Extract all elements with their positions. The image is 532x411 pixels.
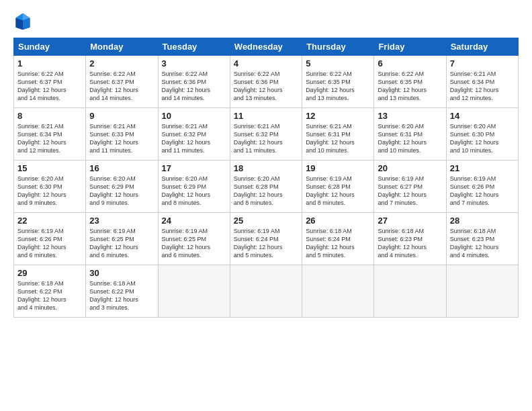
- cell-details: Sunrise: 6:20 AMSunset: 6:29 PMDaylight:…: [162, 175, 226, 208]
- page: SundayMondayTuesdayWednesdayThursdayFrid…: [0, 0, 532, 411]
- cell-details: Sunrise: 6:19 AMSunset: 6:25 PMDaylight:…: [89, 227, 154, 260]
- calendar-cell: 28Sunrise: 6:18 AMSunset: 6:23 PMDayligh…: [446, 213, 518, 265]
- cell-details: Sunrise: 6:22 AMSunset: 6:35 PMDaylight:…: [306, 70, 370, 103]
- calendar-cell: 24Sunrise: 6:19 AMSunset: 6:25 PMDayligh…: [158, 213, 230, 265]
- cell-details: Sunrise: 6:18 AMSunset: 6:23 PMDaylight:…: [378, 227, 442, 260]
- calendar-cell: 13Sunrise: 6:20 AMSunset: 6:31 PMDayligh…: [374, 108, 446, 161]
- calendar-cell: 17Sunrise: 6:20 AMSunset: 6:29 PMDayligh…: [158, 161, 230, 213]
- day-number: 27: [378, 216, 442, 226]
- day-number: 2: [89, 58, 154, 68]
- day-header-wednesday: Wednesday: [230, 38, 302, 56]
- calendar-cell: 18Sunrise: 6:20 AMSunset: 6:28 PMDayligh…: [230, 161, 302, 213]
- day-header-monday: Monday: [86, 38, 158, 56]
- day-header-saturday: Saturday: [446, 38, 518, 56]
- calendar-cell: 7Sunrise: 6:21 AMSunset: 6:34 PMDaylight…: [446, 56, 518, 108]
- calendar-cell: 16Sunrise: 6:20 AMSunset: 6:29 PMDayligh…: [86, 161, 158, 213]
- day-number: 19: [306, 163, 370, 173]
- cell-details: Sunrise: 6:22 AMSunset: 6:35 PMDaylight:…: [378, 70, 442, 103]
- cell-details: Sunrise: 6:19 AMSunset: 6:28 PMDaylight:…: [306, 175, 370, 208]
- cell-details: Sunrise: 6:21 AMSunset: 6:31 PMDaylight:…: [306, 122, 370, 155]
- calendar-cell: 10Sunrise: 6:21 AMSunset: 6:32 PMDayligh…: [158, 108, 230, 161]
- cell-details: Sunrise: 6:21 AMSunset: 6:32 PMDaylight:…: [234, 122, 298, 155]
- day-number: 21: [450, 163, 515, 173]
- calendar-cell: 2Sunrise: 6:22 AMSunset: 6:37 PMDaylight…: [86, 56, 158, 108]
- day-number: 12: [306, 111, 370, 121]
- day-number: 29: [17, 268, 82, 278]
- cell-details: Sunrise: 6:19 AMSunset: 6:24 PMDaylight:…: [234, 227, 298, 260]
- calendar-cell: 22Sunrise: 6:19 AMSunset: 6:26 PMDayligh…: [14, 213, 86, 265]
- day-header-thursday: Thursday: [302, 38, 374, 56]
- day-header-tuesday: Tuesday: [158, 38, 230, 56]
- day-number: 14: [450, 111, 515, 121]
- day-number: 9: [89, 111, 154, 121]
- cell-details: Sunrise: 6:18 AMSunset: 6:22 PMDaylight:…: [17, 279, 82, 312]
- calendar-cell: [446, 265, 518, 318]
- cell-details: Sunrise: 6:22 AMSunset: 6:37 PMDaylight:…: [17, 70, 82, 103]
- cell-details: Sunrise: 6:22 AMSunset: 6:37 PMDaylight:…: [89, 70, 154, 103]
- calendar-cell: 14Sunrise: 6:20 AMSunset: 6:30 PMDayligh…: [446, 108, 518, 161]
- calendar-header-row: SundayMondayTuesdayWednesdayThursdayFrid…: [14, 38, 519, 56]
- calendar-table: SundayMondayTuesdayWednesdayThursdayFrid…: [13, 38, 519, 318]
- day-number: 11: [234, 111, 298, 121]
- calendar-cell: 3Sunrise: 6:22 AMSunset: 6:36 PMDaylight…: [158, 56, 230, 108]
- day-number: 5: [306, 58, 370, 68]
- calendar-cell: 25Sunrise: 6:19 AMSunset: 6:24 PMDayligh…: [230, 213, 302, 265]
- day-number: 4: [234, 58, 298, 68]
- day-number: 15: [17, 163, 82, 173]
- day-number: 7: [450, 58, 515, 68]
- calendar-cell: 23Sunrise: 6:19 AMSunset: 6:25 PMDayligh…: [86, 213, 158, 265]
- day-number: 18: [234, 163, 298, 173]
- day-header-sunday: Sunday: [14, 38, 86, 56]
- calendar-cell: 15Sunrise: 6:20 AMSunset: 6:30 PMDayligh…: [14, 161, 86, 213]
- header: [13, 12, 519, 31]
- cell-details: Sunrise: 6:18 AMSunset: 6:22 PMDaylight:…: [89, 279, 154, 312]
- calendar-cell: [374, 265, 446, 318]
- calendar-cell: 19Sunrise: 6:19 AMSunset: 6:28 PMDayligh…: [302, 161, 374, 213]
- day-number: 24: [162, 216, 226, 226]
- calendar-cell: 26Sunrise: 6:18 AMSunset: 6:24 PMDayligh…: [302, 213, 374, 265]
- calendar-cell: 9Sunrise: 6:21 AMSunset: 6:33 PMDaylight…: [86, 108, 158, 161]
- calendar-cell: 11Sunrise: 6:21 AMSunset: 6:32 PMDayligh…: [230, 108, 302, 161]
- day-number: 28: [450, 216, 515, 226]
- calendar-cell: [158, 265, 230, 318]
- day-number: 26: [306, 216, 370, 226]
- calendar-week-4: 22Sunrise: 6:19 AMSunset: 6:26 PMDayligh…: [14, 213, 519, 265]
- calendar-cell: 6Sunrise: 6:22 AMSunset: 6:35 PMDaylight…: [374, 56, 446, 108]
- calendar-cell: 30Sunrise: 6:18 AMSunset: 6:22 PMDayligh…: [86, 265, 158, 318]
- cell-details: Sunrise: 6:22 AMSunset: 6:36 PMDaylight:…: [162, 70, 226, 103]
- cell-details: Sunrise: 6:19 AMSunset: 6:25 PMDaylight:…: [162, 227, 226, 260]
- day-number: 25: [234, 216, 298, 226]
- calendar-week-5: 29Sunrise: 6:18 AMSunset: 6:22 PMDayligh…: [14, 265, 519, 318]
- calendar-week-3: 15Sunrise: 6:20 AMSunset: 6:30 PMDayligh…: [14, 161, 519, 213]
- day-number: 20: [378, 163, 442, 173]
- day-number: 10: [162, 111, 226, 121]
- calendar-cell: 29Sunrise: 6:18 AMSunset: 6:22 PMDayligh…: [14, 265, 86, 318]
- day-number: 3: [162, 58, 226, 68]
- day-number: 16: [89, 163, 154, 173]
- day-number: 30: [89, 268, 154, 278]
- cell-details: Sunrise: 6:20 AMSunset: 6:31 PMDaylight:…: [378, 122, 442, 155]
- calendar-cell: 8Sunrise: 6:21 AMSunset: 6:34 PMDaylight…: [14, 108, 86, 161]
- calendar-cell: 27Sunrise: 6:18 AMSunset: 6:23 PMDayligh…: [374, 213, 446, 265]
- cell-details: Sunrise: 6:21 AMSunset: 6:32 PMDaylight:…: [162, 122, 226, 155]
- cell-details: Sunrise: 6:22 AMSunset: 6:36 PMDaylight:…: [234, 70, 298, 103]
- generalblue-logo-icon: [13, 12, 32, 31]
- calendar-cell: 5Sunrise: 6:22 AMSunset: 6:35 PMDaylight…: [302, 56, 374, 108]
- calendar-cell: [230, 265, 302, 318]
- day-number: 22: [17, 216, 82, 226]
- day-number: 13: [378, 111, 442, 121]
- day-number: 23: [89, 216, 154, 226]
- day-number: 1: [17, 58, 82, 68]
- cell-details: Sunrise: 6:21 AMSunset: 6:34 PMDaylight:…: [17, 122, 82, 155]
- cell-details: Sunrise: 6:18 AMSunset: 6:23 PMDaylight:…: [450, 227, 515, 260]
- cell-details: Sunrise: 6:19 AMSunset: 6:26 PMDaylight:…: [17, 227, 82, 260]
- cell-details: Sunrise: 6:18 AMSunset: 6:24 PMDaylight:…: [306, 227, 370, 260]
- calendar-cell: 20Sunrise: 6:19 AMSunset: 6:27 PMDayligh…: [374, 161, 446, 213]
- day-number: 17: [162, 163, 226, 173]
- cell-details: Sunrise: 6:21 AMSunset: 6:33 PMDaylight:…: [89, 122, 154, 155]
- day-number: 6: [378, 58, 442, 68]
- calendar-cell: 21Sunrise: 6:19 AMSunset: 6:26 PMDayligh…: [446, 161, 518, 213]
- day-header-friday: Friday: [374, 38, 446, 56]
- calendar-week-1: 1Sunrise: 6:22 AMSunset: 6:37 PMDaylight…: [14, 56, 519, 108]
- day-number: 8: [17, 111, 82, 121]
